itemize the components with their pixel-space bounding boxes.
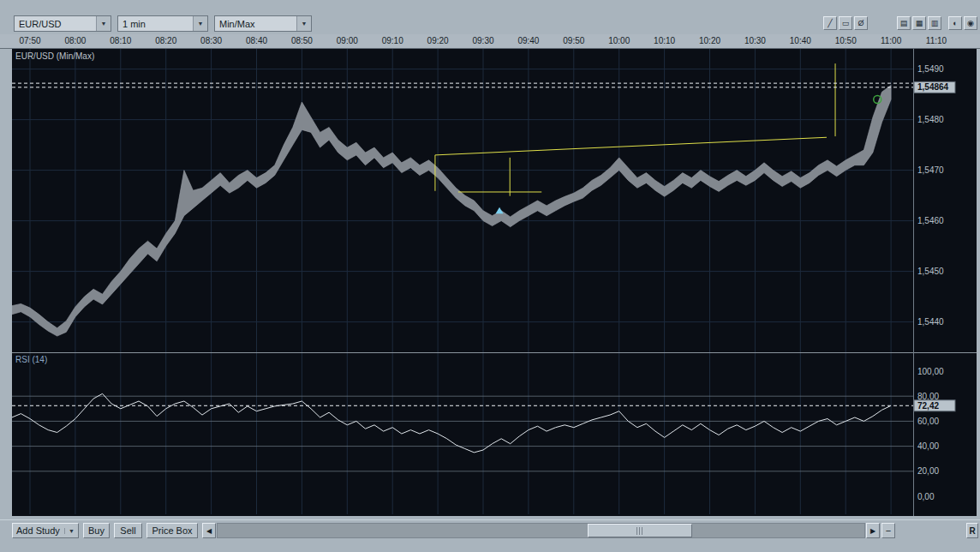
indicator-chart-icon[interactable]: ▭ (839, 16, 852, 30)
time-label: 09:20 (419, 36, 457, 45)
time-label: 09:30 (464, 36, 502, 45)
chart-area: 1,54901,54801,54701,54601,54501,5440100,… (12, 49, 977, 516)
chevron-down-icon[interactable]: ▼ (96, 16, 111, 31)
layout-grid-icon[interactable]: ▦ (912, 16, 926, 30)
zoom-out-button[interactable]: − (881, 523, 895, 538)
chart-type-select[interactable]: Min/Max ▼ (214, 15, 312, 32)
rsi-axis-label: 60,00 (917, 417, 939, 426)
price-axis-label: 1,5470 (917, 165, 944, 175)
time-label: 10:40 (781, 36, 819, 45)
rsi-value-tag-text: 72,42 (917, 401, 939, 411)
rsi-panel-title: RSI (14) (15, 355, 47, 364)
rsi-axis-label: 20,00 (917, 466, 939, 476)
top-toolbar: EUR/USD ▼ 1 min ▼ Min/Max ▼ ╱▭Ø▤▦▥◐◉ (0, 0, 980, 34)
thumb-grip-icon (636, 527, 644, 535)
time-label: 11:10 (917, 36, 955, 45)
chevron-down-icon[interactable]: ▼ (296, 16, 311, 31)
time-label: 10:50 (827, 36, 864, 45)
add-study-button[interactable]: Add Study ▼ (12, 523, 79, 538)
sell-button[interactable]: Sell (114, 523, 142, 538)
layout-columns-icon[interactable]: ▥ (928, 16, 941, 30)
interval-value: 1 min (118, 19, 193, 29)
buy-button[interactable]: Buy (83, 523, 110, 538)
time-label: 08:30 (193, 36, 230, 45)
clear-drawings-icon[interactable]: Ø (854, 16, 868, 30)
time-label: 08:10 (102, 36, 140, 45)
chevron-down-icon: ▼ (64, 528, 75, 534)
rsi-axis-label: 0,00 (917, 492, 935, 501)
layout-single-icon[interactable]: ▤ (897, 16, 911, 30)
time-label: 07:50 (11, 36, 49, 45)
add-study-label: Add Study (16, 525, 60, 536)
main-chart-title: EUR/USD (Min/Max) (15, 51, 94, 61)
realtime-circle-icon[interactable]: ◉ (964, 16, 977, 30)
current-price-tag-text: 1,54864 (917, 82, 949, 92)
rsi-axis-label: 80,00 (917, 392, 939, 401)
rsi-axis-label: 40,00 (917, 441, 939, 451)
rsi-axis-label: 100,00 (917, 367, 944, 376)
bottom-toolbar: Add Study ▼ Buy Sell Price Box ◀ ▶ − R (0, 519, 980, 540)
time-label: 08:40 (238, 36, 276, 45)
time-label: 10:30 (736, 36, 774, 45)
arrow-right-icon: ▶ (870, 527, 875, 535)
time-label: 09:00 (328, 36, 366, 45)
time-axis[interactable]: 07:5008:0008:1008:2008:3008:4008:5009:00… (0, 34, 980, 49)
scroll-left-button[interactable]: ◀ (202, 523, 216, 538)
trading-platform-window: EUR/USD ▼ 1 min ▼ Min/Max ▼ ╱▭Ø▤▦▥◐◉ 07:… (0, 0, 980, 552)
time-label: 11:00 (872, 36, 910, 45)
arrow-left-icon: ◀ (206, 527, 212, 535)
time-label: 08:20 (147, 36, 185, 45)
history-circle-icon[interactable]: ◐ (948, 16, 962, 30)
chart-hscrollbar[interactable] (217, 523, 865, 538)
symbol-value: EUR/USD (15, 19, 96, 29)
interval-select[interactable]: 1 min ▼ (117, 15, 208, 32)
price-axis-label: 1,5460 (917, 216, 944, 225)
reset-zoom-button[interactable]: R (966, 523, 978, 538)
price-axis-label: 1,5440 (917, 317, 944, 327)
time-label: 10:10 (646, 36, 684, 45)
scrollbar-thumb[interactable] (588, 524, 692, 537)
price-axis-label: 1,5490 (917, 64, 944, 74)
time-label: 10:00 (601, 36, 638, 45)
chevron-down-icon[interactable]: ▼ (193, 16, 207, 31)
toolbar-icon-group: ╱▭Ø▤▦▥◐◉ (822, 16, 977, 30)
price-axis-label: 1,5450 (917, 267, 944, 276)
time-label: 08:50 (283, 36, 320, 45)
price-box-button[interactable]: Price Box (146, 523, 198, 538)
time-label: 09:50 (555, 36, 593, 45)
time-label: 10:20 (691, 36, 729, 45)
minus-icon: − (886, 525, 891, 536)
time-label: 08:00 (57, 36, 94, 45)
price-axis-label: 1,5480 (917, 115, 944, 124)
chart-type-value: Min/Max (215, 19, 296, 29)
symbol-select[interactable]: EUR/USD ▼ (14, 15, 111, 32)
time-label: 09:10 (373, 36, 411, 45)
time-label: 09:40 (510, 36, 547, 45)
scroll-right-button[interactable]: ▶ (866, 523, 880, 538)
chart-canvas[interactable]: 1,54901,54801,54701,54601,54501,5440100,… (12, 49, 977, 516)
draw-trendline-icon[interactable]: ╱ (823, 16, 837, 30)
